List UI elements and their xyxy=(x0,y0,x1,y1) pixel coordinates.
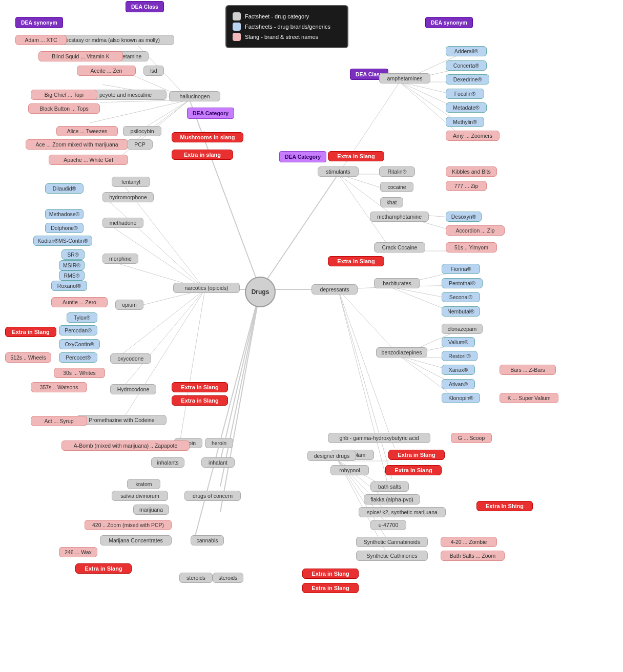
ativan-node: Ativan® xyxy=(442,379,475,389)
cannabis-node: cannabis xyxy=(191,535,224,545)
dea-category-right[interactable]: DEA Category xyxy=(279,151,326,162)
dea-synonym-right[interactable]: DEA synonym xyxy=(425,17,473,28)
svg-line-12 xyxy=(90,100,190,123)
aceite-zen-node: Aceite ... Zen xyxy=(77,66,136,76)
methamphetamine-node: methamphetamine xyxy=(370,212,429,222)
svg-line-21 xyxy=(123,289,205,353)
cocaine-node: cocaine xyxy=(380,182,413,192)
s777-zip-node: 777 ... Zip xyxy=(446,181,487,191)
desoxyn-node: Desoxyn® xyxy=(446,212,482,222)
extra-slang-alprazolam[interactable]: Extra in Slang xyxy=(388,450,445,460)
sr-node: SR® xyxy=(61,249,85,260)
abomb-node: A-Bomb (mixed with marijuana) .. Zapapot… xyxy=(61,440,190,451)
salvia-node: salvia divinorum xyxy=(112,491,168,501)
lsd-node: lsd xyxy=(143,66,164,76)
percocet-node: Percocet® xyxy=(59,352,97,363)
ace-zoom-node: Ace ... Zoom mixed with marijuana xyxy=(26,139,128,150)
oxycontin-node: OxyContin® xyxy=(59,339,100,349)
clonazepam-node: clonazepam xyxy=(442,324,483,334)
methadose-node: Methadose® xyxy=(45,209,84,219)
svg-line-17 xyxy=(110,202,205,289)
marijuana-node: marijuana xyxy=(133,505,169,515)
crack-cocaine-node: Crack Cocaine xyxy=(374,242,425,253)
legend-label-slang: Slang - brand & street names xyxy=(245,34,318,40)
adderall-node: Adderall® xyxy=(446,46,487,56)
legend-item-brands: Factsheets - drug brands/generics xyxy=(233,23,341,31)
methylin-node: Methylin® xyxy=(446,117,484,127)
percodan-node: Percodan® xyxy=(59,325,97,335)
extra-slang-cannabis[interactable]: Extra in Slang xyxy=(75,563,132,574)
roxanol-node: Roxanol® xyxy=(51,281,87,291)
svg-line-24 xyxy=(179,289,205,446)
stimulants-node: stimulants xyxy=(318,166,359,177)
kratom-node: kratom xyxy=(127,479,160,489)
legend-label-factsheet: Factsheet - drug category xyxy=(245,13,309,19)
extra-slang1-node[interactable]: Extra in slang xyxy=(172,150,233,160)
legend-dot-blue xyxy=(233,23,241,31)
klonopin-node: Klonopin® xyxy=(442,393,480,403)
metadate-node: Metadate® xyxy=(446,102,487,113)
dea-synonym-left[interactable]: DEA synonym xyxy=(15,17,63,28)
svg-line-41 xyxy=(338,289,400,356)
ritalin-node: Ritalin® xyxy=(379,166,415,177)
svg-line-5 xyxy=(220,289,260,461)
spice-node: spice/ k2, synthetic marijuana xyxy=(359,507,446,517)
bars-zbars-node: Bars ... Z-Bars xyxy=(500,365,556,375)
extra-slang6-node[interactable]: Extra in Slang xyxy=(328,256,384,266)
fentanyl-node: fentanyl xyxy=(112,177,150,187)
kadian-node: Kadian®MS-Contin® xyxy=(33,236,92,246)
xanax-node: Xanax® xyxy=(442,365,475,375)
extra-slang-designer2[interactable]: Extra in Slang xyxy=(302,583,359,593)
ghb-node: ghb - gamma-hydroxybutyric acid xyxy=(328,433,430,443)
svg-line-2 xyxy=(260,174,338,289)
black-button-node: Black Button ... Tops xyxy=(28,103,100,114)
restoril-node: Restoril® xyxy=(442,351,477,361)
svg-line-42 xyxy=(338,289,394,448)
dea-class-top[interactable]: DEA Class xyxy=(126,1,164,12)
s51s-yimyom-node: 51s .. Yimyom xyxy=(446,242,497,253)
marijuana-conc-node: Marijana Concentrates xyxy=(100,535,172,545)
amphetamines-node: amphetamines xyxy=(379,73,430,83)
focalin-node: Focalin® xyxy=(446,89,484,99)
extra-slang3-node[interactable]: Extra in Slang xyxy=(172,382,228,392)
pentothal-node: Pentothal® xyxy=(442,278,483,288)
dilaudid-node: Dilaudid® xyxy=(45,183,84,194)
center-node: Drugs xyxy=(245,277,276,307)
mushrooms-slang-node[interactable]: Mushrooms in slang xyxy=(172,132,243,142)
extra-slang-rohypnol[interactable]: Extra in Slang xyxy=(385,465,442,475)
benzodiazepines-node: benzodiazepines xyxy=(376,347,427,358)
flakka-node: flakka (alpha-pvp) xyxy=(364,494,420,505)
rms-node: RMS® xyxy=(59,270,85,281)
opium-node: opium xyxy=(115,300,143,310)
designer-drugs-node: designer drugs xyxy=(307,451,356,461)
kibbles-bits-node: Kibbles and Bits xyxy=(446,166,497,177)
blind-squid-node: Blind Squid ... Vitamin K xyxy=(38,51,123,61)
dea-category-left[interactable]: DEA Category xyxy=(187,108,234,119)
s30-whites-node: 30s ... Whites xyxy=(54,368,105,378)
legend-label-brands: Factsheets - drug brands/generics xyxy=(245,24,330,30)
hydromorphone-node: hydromorphone xyxy=(102,192,154,202)
extra-slang-designer1[interactable]: Extra in Slang xyxy=(302,569,359,579)
extra-in-shing-node[interactable]: Extra In Shing xyxy=(476,501,533,511)
legend-box: Factsheet - drug category Factsheets - d… xyxy=(225,5,348,48)
s420-zombie-node: 4-20 ... Zombie xyxy=(441,537,497,547)
hallucinogen-node: hallucinogen xyxy=(169,91,220,101)
pcp-node: PCP xyxy=(127,139,153,150)
g-scoop-node: G ... Scoop xyxy=(451,433,492,443)
narcotics-node: narcotics (opioids) xyxy=(173,283,240,293)
steroids-cat-node: steroids xyxy=(179,573,213,583)
bath-salts-zoom-node: Bath Salts ... Zoom xyxy=(441,551,505,561)
dexedrine-node: Dexedrine® xyxy=(446,74,489,85)
s246-wax-node: 246 ... Wax xyxy=(59,547,97,557)
legend-dot-gray xyxy=(233,12,241,20)
alice-tweezes-node: Alice ... Tweezes xyxy=(56,126,118,136)
s357-watsons-node: 357s .. Watsons xyxy=(31,382,87,392)
extra-slang4-node[interactable]: Extra in Slang xyxy=(172,395,228,406)
extra-slang5-node[interactable]: Extra in Slang xyxy=(328,151,384,161)
s512-wheels-node: 512s .. Wheels xyxy=(5,352,51,363)
act-syrup-node: Act ... Syrup xyxy=(31,416,87,426)
dolphone-node: Dolphone® xyxy=(45,223,84,233)
apache-white-node: Apache ... White Girl xyxy=(49,155,128,165)
nembutal-node: Nembutal® xyxy=(442,306,480,317)
extra-slang2-node[interactable]: Extra in Slang xyxy=(5,327,56,337)
